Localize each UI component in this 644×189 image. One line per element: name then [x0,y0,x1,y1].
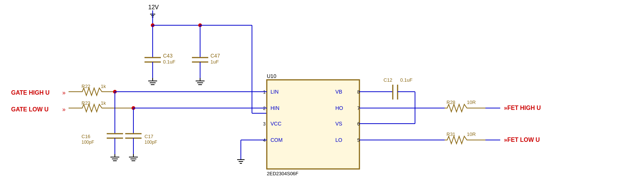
ic-part: 2ED2304S06F [267,171,298,176]
c17-label: C17 [145,134,153,139]
c47-value: 1uF [210,59,219,65]
12v-label: 12V [148,4,159,10]
pin-lin-label: LIN [270,89,279,95]
c12-value: 0.1uF [400,77,412,83]
gate-low-u-label: GATE LOW U [11,106,49,113]
pin-vcc-label: VCC [270,121,282,127]
pin-ho-label: HO [335,105,343,111]
c12-label: C12 [384,77,392,83]
ic-name: U10 [267,73,276,79]
schematic-diagram: 12V C43 0.1uF C47 1uF U10 [0,0,644,189]
pin-lo-label: LO [335,137,342,143]
r31-value: 10R [467,131,476,137]
c47-label: C47 [210,53,220,59]
c43-value: 0.1uF [163,59,175,65]
pin-com-label: COM [270,137,283,143]
c43-label: C43 [163,53,173,59]
pin-hin-label: HIN [270,105,279,111]
fet-high-u-label: »FET HIGH U [504,105,541,111]
fet-low-u-label: »FET LOW U [504,137,540,143]
pin5-num: 5 [357,138,360,143]
pin7-num: 7 [357,106,360,111]
gate-low-arrow: » [62,106,66,113]
pin-vb-label: VB [335,89,342,95]
pin6-num: 6 [357,121,360,127]
c16-label: C16 [82,134,90,139]
r23-value: 1k [101,100,106,106]
pin-vs-label: VS [335,121,342,127]
gate-high-u-label: GATE HIGH U [11,89,50,96]
c17-value: 100pF [145,140,157,145]
c16-value: 100pF [82,140,94,145]
pin8-num: 8 [357,89,360,95]
gate-high-arrow: » [62,89,66,96]
r22-value: 1k [101,84,106,89]
r28-value: 10R [467,100,476,105]
pin3-num: 3 [263,121,266,127]
